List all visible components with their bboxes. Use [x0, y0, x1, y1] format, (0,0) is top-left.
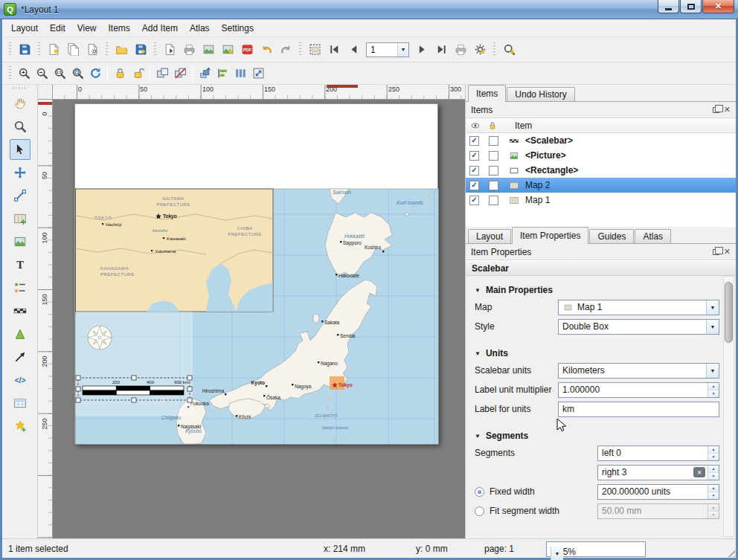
tree-row-map-1[interactable]: ✓ Map 1 — [466, 193, 736, 207]
tab-undo-history[interactable]: Undo History — [507, 87, 574, 101]
print-layout-button[interactable] — [179, 40, 199, 59]
group-main-properties[interactable]: ▼ Main Properties — [475, 285, 719, 295]
vertical-ruler[interactable]: 0 50 100 150 200 250 — [38, 100, 53, 538]
atlas-settings-button[interactable] — [470, 40, 490, 59]
menu-items[interactable]: Items — [103, 21, 136, 36]
print-atlas-button[interactable] — [451, 40, 470, 59]
zoom-in-button[interactable]: + — [15, 65, 33, 83]
add-html-tool[interactable] — [10, 370, 31, 390]
menu-layout[interactable]: Layout — [5, 21, 44, 36]
fixed-width-spinbox[interactable]: 200.000000 units ▲▼ — [597, 484, 719, 500]
group-units[interactable]: ▼ Units — [475, 348, 719, 358]
clear-value-icon[interactable]: ✕ — [693, 467, 705, 477]
collapse-triangle-icon[interactable]: ▼ — [475, 350, 481, 357]
group-segments[interactable]: ▼ Segments — [475, 431, 719, 441]
spin-up-button[interactable]: ▲ — [708, 446, 719, 454]
refresh-view-button[interactable] — [86, 65, 104, 83]
toolbar-grip[interactable] — [13, 87, 28, 89]
menu-add-item[interactable]: Add Item — [136, 21, 184, 36]
layout-viewport[interactable]: Sapporo Kushiro Hakodate Sakata Sendai N… — [53, 100, 465, 538]
style-combobox[interactable]: Double Box ▼ — [558, 319, 719, 335]
lock-items-button[interactable] — [111, 65, 129, 83]
spin-down-button[interactable]: ▼ — [708, 454, 719, 460]
spin-down-button[interactable]: ▼ — [708, 390, 719, 397]
add-label-tool[interactable] — [10, 254, 31, 275]
items-tree[interactable]: Item ✓ <Scalebar> ✓ <Picture> — [466, 118, 736, 227]
item-map-2[interactable]: SAITAMA PREFECTURE TOKYO CHIBA PREFECTUR… — [75, 189, 273, 312]
visibility-checkbox[interactable]: ✓ — [469, 151, 479, 161]
resize-grip[interactable] — [725, 547, 735, 557]
atlas-feature-spinbox[interactable]: 1 ▼ — [366, 42, 409, 57]
duplicate-layout-button[interactable] — [63, 40, 83, 59]
chevron-down-icon[interactable]: ▼ — [706, 320, 719, 334]
zoom-full-extent-button[interactable] — [68, 65, 86, 83]
zoom-level-combobox[interactable]: 43.5% ▼ — [546, 541, 646, 557]
maximize-button[interactable] — [680, 0, 702, 13]
toolbar-grip[interactable] — [106, 42, 108, 57]
previous-feature-button[interactable] — [344, 40, 363, 59]
float-panel-icon[interactable] — [713, 249, 719, 255]
save-project-button[interactable] — [15, 40, 34, 59]
menu-settings[interactable]: Settings — [216, 21, 260, 36]
add-attribute-table-tool[interactable] — [10, 393, 31, 413]
chevron-down-icon[interactable]: ▼ — [397, 43, 408, 57]
layout-manager-button[interactable] — [83, 40, 102, 59]
segments-right-spinbox[interactable]: right 3 ✕ ▲▼ — [597, 465, 719, 480]
spin-down-button[interactable]: ▼ — [708, 492, 719, 499]
scrollbar-thumb[interactable] — [725, 282, 733, 343]
spin-up-button[interactable]: ▲ — [708, 485, 719, 492]
add-shape-tool[interactable] — [10, 324, 31, 344]
horizontal-ruler[interactable]: 0 50 100 150 200 250 300 — [53, 85, 465, 100]
tree-row-picture[interactable]: ✓ <Picture> — [466, 148, 736, 163]
pan-layout-tool[interactable] — [10, 93, 31, 114]
tab-items[interactable]: Items — [468, 85, 506, 102]
menu-view[interactable]: View — [71, 21, 103, 36]
tab-layout[interactable]: Layout — [468, 229, 511, 243]
map-combobox[interactable]: Map 1 ▼ — [558, 300, 719, 315]
chevron-down-icon[interactable]: ▼ — [706, 300, 719, 315]
redo-button[interactable] — [276, 40, 295, 59]
group-items-button[interactable] — [153, 65, 171, 83]
unlock-items-button[interactable] — [129, 65, 147, 83]
toolbar-grip[interactable] — [9, 66, 11, 81]
title-bar[interactable]: Q *Layout 1 ✕ — [0, 0, 738, 19]
toolbar-grip[interactable] — [493, 42, 495, 57]
move-item-content-tool[interactable] — [10, 162, 31, 183]
lock-checkbox[interactable] — [489, 151, 498, 161]
tab-item-properties[interactable]: Item Properties — [512, 227, 588, 244]
undo-button[interactable] — [257, 40, 276, 59]
spin-down-button[interactable]: ▼ — [708, 473, 719, 480]
scalebar-units-combobox[interactable]: Kilometers ▼ — [558, 363, 719, 379]
spin-up-button[interactable]: ▲ — [708, 383, 719, 390]
menu-edit[interactable]: Edit — [44, 21, 71, 36]
distribute-items-button[interactable] — [231, 65, 249, 83]
collapse-triangle-icon[interactable]: ▼ — [475, 287, 481, 294]
toolbar-grip[interactable] — [154, 42, 156, 57]
segments-left-spinbox[interactable]: left 0 ▲▼ — [597, 445, 719, 461]
resize-items-button[interactable] — [249, 65, 267, 83]
toolbar-grip[interactable] — [38, 42, 40, 57]
toolbar-grip[interactable] — [9, 42, 11, 57]
select-move-item-tool[interactable] — [10, 139, 31, 160]
float-panel-icon[interactable] — [713, 107, 719, 113]
zoom-to-atlas-feature-button[interactable] — [499, 40, 519, 59]
visibility-checkbox[interactable]: ✓ — [469, 166, 479, 176]
add-map-tool[interactable] — [10, 208, 31, 229]
tree-row-rectangle[interactable]: ✓ <Rectangle> — [466, 163, 736, 178]
layout-page[interactable]: Sapporo Kushiro Hakodate Sakata Sendai N… — [74, 103, 438, 444]
collapse-triangle-icon[interactable]: ▼ — [475, 433, 481, 440]
lock-checkbox[interactable] — [489, 166, 498, 176]
tab-atlas[interactable]: Atlas — [635, 229, 671, 243]
zoom-tool[interactable] — [10, 116, 31, 137]
add-picture-tool[interactable] — [10, 231, 31, 252]
lock-checkbox[interactable] — [489, 196, 498, 205]
add-legend-tool[interactable] — [10, 277, 31, 298]
spin-up-button[interactable]: ▲ — [708, 466, 719, 473]
menu-atlas[interactable]: Atlas — [184, 21, 216, 36]
fit-segment-width-radio[interactable] — [475, 506, 484, 516]
add-arrow-tool[interactable] — [10, 347, 31, 367]
lock-checkbox[interactable] — [489, 181, 498, 190]
add-scalebar-tool[interactable] — [10, 300, 31, 321]
lock-checkbox[interactable] — [489, 136, 498, 146]
raise-items-button[interactable] — [196, 65, 214, 83]
